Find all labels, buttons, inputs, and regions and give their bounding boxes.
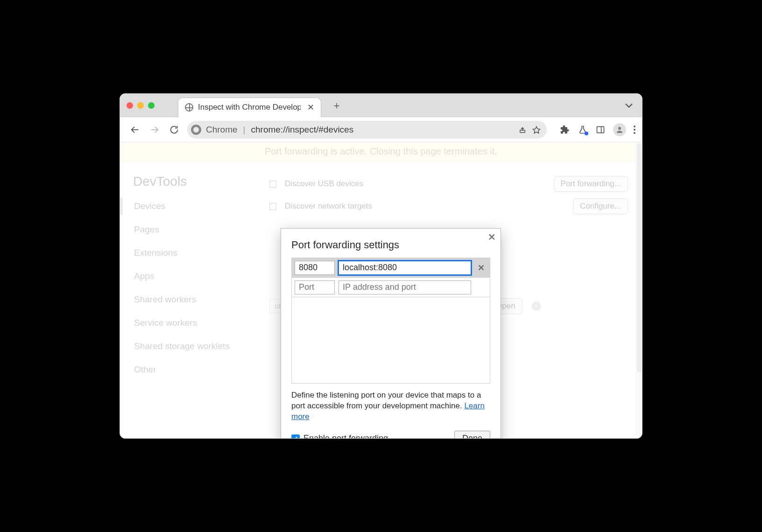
maximize-window-button[interactable] [148,102,155,109]
globe-icon [185,103,193,112]
bookmark-star-icon[interactable] [532,125,541,134]
toolbar-actions [560,123,635,136]
address-bar[interactable]: Chrome | chrome://inspect/#devices [187,121,547,139]
checkbox-checked-icon: ✓ [291,434,300,439]
sidebar-item-shared-workers[interactable]: Shared workers [133,293,265,307]
port-forwarding-button[interactable]: Port forwarding... [554,176,628,192]
enable-port-forwarding-label: Enable port forwarding [303,434,388,439]
delete-rule-button[interactable]: ✕ [475,263,487,273]
discover-network-checkbox[interactable] [269,203,276,210]
sidebar-item-shared-storage-worklets[interactable]: Shared storage worklets [133,339,265,353]
browser-tab[interactable]: Inspect with Chrome Develope ✕ [178,98,321,117]
browser-menu-button[interactable] [634,126,635,134]
port-rule-row: ✕ [292,258,490,278]
sidebar-item-devices[interactable]: Devices [133,199,265,213]
sidebar-item-extensions[interactable]: Extensions [133,246,265,260]
extensions-icon[interactable] [560,125,570,135]
sidebar-item-pages[interactable]: Pages [133,223,265,237]
notification-dot [585,132,588,135]
forward-button[interactable] [148,123,161,136]
titlebar: Inspect with Chrome Develope ✕ ＋ [120,94,642,117]
profile-avatar[interactable] [613,123,626,136]
address-placeholder-input[interactable] [339,280,471,294]
sidebar-title: DevTools [133,174,265,189]
omnibox-separator: | [243,125,246,135]
sidebar-item-service-workers[interactable]: Service workers [133,316,265,330]
tabs-menu-button[interactable] [622,99,635,112]
reload-button[interactable] [168,123,181,136]
port-rule-placeholder-row: ✕ [292,278,490,297]
port-input[interactable] [295,261,335,275]
address-input[interactable] [339,261,471,275]
tab-title: Inspect with Chrome Develope [198,103,301,112]
browser-window: Inspect with Chrome Develope ✕ ＋ Chrome [120,93,642,439]
info-icon[interactable]: i [532,301,541,311]
discover-usb-checkbox[interactable] [269,181,276,188]
sidebar-item-other[interactable]: Other [133,363,265,377]
close-tab-button[interactable]: ✕ [307,102,314,112]
scrollbar-thumb[interactable] [637,143,642,372]
port-rules-list: ✕ ✕ [291,258,490,384]
banner-text: Port forwarding is active. Closing this … [265,146,497,157]
back-button[interactable] [128,123,141,136]
dialog-description: Define the listening port on your device… [291,390,490,422]
port-forwarding-banner: Port forwarding is active. Closing this … [120,142,642,161]
svg-rect-4 [597,126,604,133]
omnibox-path: chrome://inspect/#devices [251,125,354,135]
svg-point-6 [618,127,621,130]
enable-port-forwarding-toggle[interactable]: ✓ Enable port forwarding [291,434,388,439]
close-window-button[interactable] [127,102,133,109]
chrome-icon [191,125,201,135]
content-area: Port forwarding is active. Closing this … [120,142,642,438]
side-panel-icon[interactable] [595,125,606,135]
sidebar-item-apps[interactable]: Apps [133,269,265,283]
port-forwarding-dialog: ✕ Port forwarding settings ✕ ✕ De [281,228,501,439]
experiments-flask-icon[interactable] [578,125,588,135]
share-icon[interactable] [518,125,527,134]
devtools-sidebar: DevTools Devices Pages Extensions Apps S… [120,161,265,438]
svg-marker-3 [533,126,540,133]
port-placeholder-input[interactable] [295,280,335,294]
done-button[interactable]: Done [454,431,490,439]
sidebar-items: Devices Pages Extensions Apps Shared wor… [133,199,265,377]
window-controls [127,102,155,109]
omnibox-origin: Chrome [206,125,238,135]
dialog-close-button[interactable]: ✕ [488,231,496,243]
configure-button[interactable]: Configure... [573,198,628,214]
minimize-window-button[interactable] [137,102,144,109]
dialog-title: Port forwarding settings [291,239,490,251]
vertical-scrollbar[interactable] [635,142,642,436]
discover-network-label: Discover network targets [285,202,372,211]
new-tab-button[interactable]: ＋ [332,98,342,112]
browser-toolbar: Chrome | chrome://inspect/#devices [120,117,642,142]
discover-usb-label: Discover USB devices [285,179,363,189]
